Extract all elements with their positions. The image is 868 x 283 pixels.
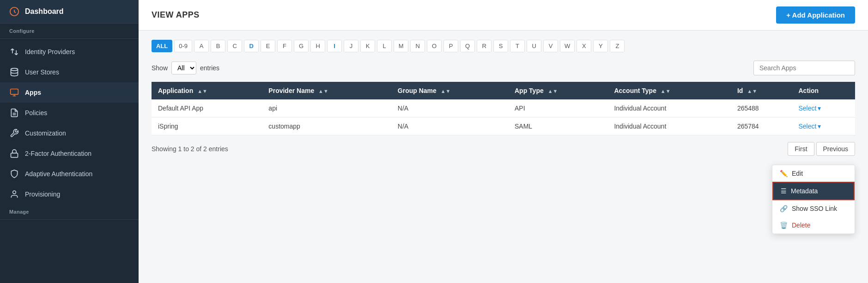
dropdown-item-edit[interactable]: ✏️ Edit — [772, 165, 855, 182]
col-account-type[interactable]: Account Type ▲▼ — [607, 82, 731, 99]
alpha-btn-h[interactable]: H — [310, 40, 325, 52]
sidebar-item-dashboard[interactable]: Dashboard — [0, 0, 139, 24]
sort-group-icon: ▲▼ — [441, 88, 451, 94]
alpha-btn-a[interactable]: A — [194, 40, 209, 52]
alpha-btn-q[interactable]: Q — [460, 40, 475, 52]
alpha-btn-t[interactable]: T — [510, 40, 525, 52]
previous-button[interactable]: Previous — [816, 142, 855, 156]
sidebar-item-adaptive-auth[interactable]: Adaptive Authentication — [0, 164, 139, 184]
alpha-btn-d[interactable]: D — [244, 40, 259, 52]
dashboard-label: Dashboard — [25, 7, 64, 16]
svg-rect-2 — [11, 89, 18, 95]
delete-icon: 🗑️ — [780, 221, 788, 229]
sidebar-item-apps[interactable]: Apps — [0, 82, 139, 103]
sidebar-item-provisioning[interactable]: Provisioning — [0, 184, 139, 204]
alpha-btn-k[interactable]: K — [360, 40, 375, 52]
user-stores-icon — [9, 67, 19, 77]
metadata-icon: ☰ — [781, 187, 787, 195]
table-body: Default API App api N/A API Individual A… — [152, 99, 855, 135]
alpha-btn-i[interactable]: I — [327, 40, 342, 52]
sidebar-item-customization[interactable]: Customization — [0, 123, 139, 143]
alpha-btn-x[interactable]: X — [577, 40, 591, 52]
alpha-btn-g[interactable]: G — [294, 40, 309, 52]
alpha-btn-0-9[interactable]: 0-9 — [174, 40, 192, 52]
alpha-btn-u[interactable]: U — [527, 40, 541, 52]
alpha-btn-s[interactable]: S — [493, 40, 508, 52]
add-application-button[interactable]: + Add Application — [776, 6, 855, 24]
sidebar: Dashboard Configure Identity Providers U… — [0, 0, 139, 283]
alpha-btn-m[interactable]: M — [394, 40, 408, 52]
sidebar-item-user-stores[interactable]: User Stores — [0, 62, 139, 82]
alpha-btn-all[interactable]: ALL — [152, 40, 172, 52]
section-configure: Configure — [0, 24, 139, 36]
dropdown-item-metadata[interactable]: ☰ Metadata — [772, 182, 855, 200]
first-button[interactable]: First — [788, 142, 814, 156]
sort-accounttype-icon: ▲▼ — [661, 88, 671, 94]
alpha-btn-r[interactable]: R — [477, 40, 492, 52]
col-app-type[interactable]: App Type ▲▼ — [508, 82, 607, 99]
row2-action: Select ▾ — [792, 117, 855, 135]
edit-icon: ✏️ — [780, 170, 788, 177]
policies-icon — [9, 108, 19, 118]
row2-select-button[interactable]: Select ▾ — [798, 123, 849, 130]
main-content: VIEW APPS + Add Application ALL0-9ABCDEF… — [139, 0, 868, 283]
svg-rect-5 — [11, 153, 18, 157]
alpha-btn-j[interactable]: J — [344, 40, 358, 52]
show-entries: Show All 10 25 50 entries — [152, 62, 219, 74]
2fa-label: 2-Factor Authentication — [25, 150, 91, 157]
dashboard-icon — [9, 6, 19, 17]
row2-provider-name: customapp — [262, 117, 391, 135]
sort-apptype-icon: ▲▼ — [548, 88, 558, 94]
sidebar-item-policies[interactable]: Policies — [0, 103, 139, 123]
search-input[interactable] — [753, 61, 855, 75]
dropdown-item-delete[interactable]: 🗑️ Delete — [772, 217, 855, 234]
alpha-btn-f[interactable]: F — [277, 40, 292, 52]
adaptive-auth-label: Adaptive Authentication — [25, 170, 92, 178]
col-application[interactable]: Application ▲▼ — [152, 82, 262, 99]
row1-action: Select ▾ — [792, 99, 855, 117]
alpha-btn-y[interactable]: Y — [593, 40, 608, 52]
table-row: Default API App api N/A API Individual A… — [152, 99, 855, 117]
col-group-name[interactable]: Group Name ▲▼ — [391, 82, 508, 99]
row1-select-button[interactable]: Select ▾ — [798, 105, 849, 112]
alpha-btn-n[interactable]: N — [410, 40, 425, 52]
col-id[interactable]: Id ▲▼ — [731, 82, 792, 99]
sidebar-item-identity-providers[interactable]: Identity Providers — [0, 42, 139, 62]
page-title: VIEW APPS — [152, 10, 200, 20]
row2-group-name: N/A — [391, 117, 508, 135]
alpha-btn-e[interactable]: E — [261, 40, 275, 52]
alpha-btn-v[interactable]: V — [543, 40, 558, 52]
table-header: Application ▲▼ Provider Name ▲▼ Group Na… — [152, 82, 855, 99]
alpha-btn-c[interactable]: C — [227, 40, 242, 52]
entries-select[interactable]: All 10 25 50 — [171, 62, 196, 74]
row1-application: Default API App — [152, 99, 262, 117]
alpha-filter: ALL0-9ABCDEFGHIJKLMNOPQRSTUVWXYZ — [152, 40, 855, 52]
table-row: iSpring customapp N/A SAML Individual Ac… — [152, 117, 855, 135]
edit-label: Edit — [792, 170, 803, 177]
table-footer: Showing 1 to 2 of 2 entries First Previo… — [152, 142, 855, 156]
delete-label: Delete — [792, 221, 810, 229]
identity-providers-label: Identity Providers — [25, 48, 75, 55]
row1-provider-name: api — [262, 99, 391, 117]
row2-app-type: SAML — [508, 117, 607, 135]
dropdown-item-show-sso[interactable]: 🔗 Show SSO Link — [772, 200, 855, 217]
alpha-btn-o[interactable]: O — [427, 40, 442, 52]
alpha-btn-w[interactable]: W — [560, 40, 575, 52]
alpha-btn-p[interactable]: P — [443, 40, 458, 52]
svg-point-6 — [13, 191, 16, 194]
col-action: Action — [792, 82, 855, 99]
sidebar-item-2fa[interactable]: 2-Factor Authentication — [0, 143, 139, 164]
alpha-btn-z[interactable]: Z — [610, 40, 625, 52]
row2-application: iSpring — [152, 117, 262, 135]
row1-app-type: API — [508, 99, 607, 117]
divider-configure — [0, 38, 139, 39]
alpha-btn-l[interactable]: L — [377, 40, 392, 52]
alpha-btn-b[interactable]: B — [211, 40, 225, 52]
customization-label: Customization — [25, 129, 66, 137]
apps-table: Application ▲▼ Provider Name ▲▼ Group Na… — [152, 82, 855, 135]
user-stores-label: User Stores — [25, 68, 59, 76]
svg-point-1 — [11, 68, 18, 71]
pagination: First Previous Next Last — [788, 142, 855, 156]
col-provider-name[interactable]: Provider Name ▲▼ — [262, 82, 391, 99]
row1-group-name: N/A — [391, 99, 508, 117]
